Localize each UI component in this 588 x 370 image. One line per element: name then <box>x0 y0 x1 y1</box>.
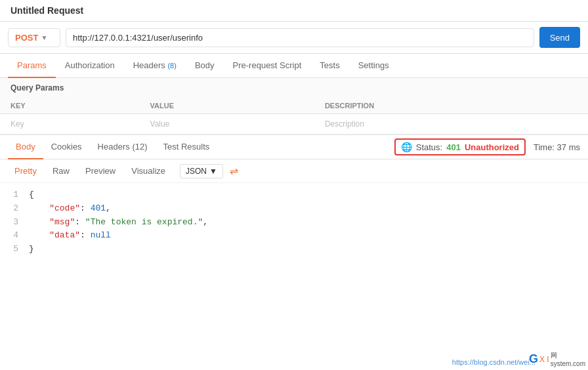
tab-body[interactable]: Body <box>186 54 224 78</box>
response-time: Time: 37 ms <box>534 142 580 152</box>
key-cell[interactable]: Key <box>0 114 140 134</box>
title-bar: Untitled Request <box>0 0 588 22</box>
chevron-down-icon: ▼ <box>41 34 47 41</box>
code-content: "data": null <box>29 229 111 243</box>
tab-response-headers[interactable]: Headers (12) <box>90 135 156 159</box>
col-description: DESCRIPTION <box>314 98 588 114</box>
code-content: "code": 401, <box>29 202 111 216</box>
tab-pre-request-script[interactable]: Pre-request Script <box>224 54 311 78</box>
code-content: { <box>29 188 34 202</box>
chevron-down-icon: ▼ <box>209 167 217 176</box>
tab-authorization[interactable]: Authorization <box>56 54 124 78</box>
logo-area: G X I 网system.com <box>529 351 585 367</box>
query-params-section: Query Params KEY VALUE DESCRIPTION Key V… <box>0 78 588 134</box>
page-title: Untitled Request <box>10 5 83 16</box>
value-cell[interactable]: Value <box>140 114 314 134</box>
code-line-2: 2 "code": 401, <box>8 202 580 216</box>
code-content: } <box>29 243 34 257</box>
headers-badge: (8) <box>167 62 176 70</box>
tab-cookies[interactable]: Cookies <box>43 135 90 159</box>
format-select-dropdown[interactable]: JSON ▼ <box>180 164 223 178</box>
params-table: KEY VALUE DESCRIPTION Key Value Descript… <box>0 98 588 134</box>
format-bar: Pretty Raw Preview Visualize JSON ▼ ⇌ <box>0 159 588 183</box>
code-area: 1 { 2 "code": 401, 3 "msg": "The token i… <box>0 183 588 262</box>
col-key: KEY <box>0 98 140 114</box>
response-section: Body Cookies Headers (12) Test Results 🌐… <box>0 134 588 262</box>
line-number: 5 <box>8 243 18 257</box>
line-number: 4 <box>8 229 18 243</box>
query-params-label: Query Params <box>0 78 588 98</box>
line-number: 2 <box>8 202 18 216</box>
method-select[interactable]: POST ▼ <box>8 28 60 47</box>
format-preview[interactable]: Preview <box>79 163 122 178</box>
format-pretty[interactable]: Pretty <box>8 163 43 178</box>
format-visualize[interactable]: Visualize <box>125 163 172 178</box>
code-line-4: 4 "data": null <box>8 229 580 243</box>
logo-xi: X I <box>539 355 549 364</box>
col-value: VALUE <box>140 98 314 114</box>
code-content: "msg": "The token is expired.", <box>29 216 208 230</box>
status-prefix: Status: <box>416 142 442 152</box>
request-tab-bar: Params Authorization Headers (8) Body Pr… <box>0 54 588 78</box>
url-bar: POST ▼ Send <box>0 22 588 54</box>
url-input[interactable] <box>66 28 534 47</box>
status-message: Unauthorized <box>465 142 519 152</box>
response-tab-bar: Body Cookies Headers (12) Test Results 🌐… <box>0 135 588 159</box>
line-number: 1 <box>8 188 18 202</box>
format-raw[interactable]: Raw <box>46 163 76 178</box>
tab-tests[interactable]: Tests <box>310 54 348 78</box>
code-line-1: 1 { <box>8 188 580 202</box>
tab-headers[interactable]: Headers (8) <box>124 54 186 78</box>
tab-test-results[interactable]: Test Results <box>156 135 218 159</box>
code-line-3: 3 "msg": "The token is expired.", <box>8 216 580 230</box>
tab-params[interactable]: Params <box>8 54 56 78</box>
table-row: Key Value Description <box>0 114 588 134</box>
status-area: 🌐 Status: 401 Unauthorized Time: 37 ms <box>394 138 580 155</box>
method-label: POST <box>15 33 38 43</box>
send-button[interactable]: Send <box>539 27 580 48</box>
tab-settings[interactable]: Settings <box>349 54 398 78</box>
status-code: 401 <box>446 142 461 152</box>
watermark: https://blog.csdn.net/wei... <box>452 358 536 366</box>
globe-icon: 🌐 <box>401 142 412 152</box>
logo-g: G <box>529 352 538 366</box>
response-headers-badge: (12) <box>132 142 147 152</box>
logo-rest: 网system.com <box>551 351 585 367</box>
status-badge: 🌐 Status: 401 Unauthorized <box>394 138 526 155</box>
code-line-5: 5 } <box>8 243 580 257</box>
description-cell[interactable]: Description <box>314 114 588 134</box>
tab-response-body[interactable]: Body <box>8 135 43 159</box>
line-number: 3 <box>8 216 18 230</box>
wrap-icon[interactable]: ⇌ <box>230 165 238 177</box>
